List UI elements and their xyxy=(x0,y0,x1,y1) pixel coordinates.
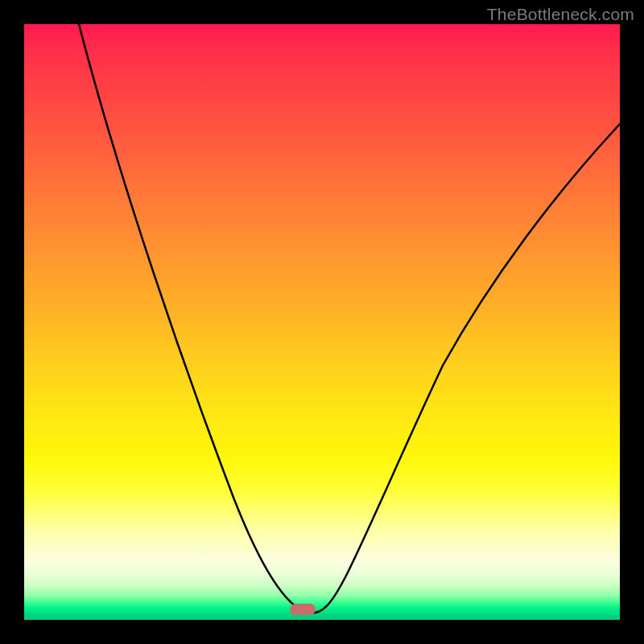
watermark-label: TheBottleneck.com xyxy=(487,5,634,24)
plot-area xyxy=(24,24,620,620)
min-marker xyxy=(290,604,316,615)
curve-layer xyxy=(24,24,620,620)
bottleneck-curve xyxy=(79,24,620,613)
